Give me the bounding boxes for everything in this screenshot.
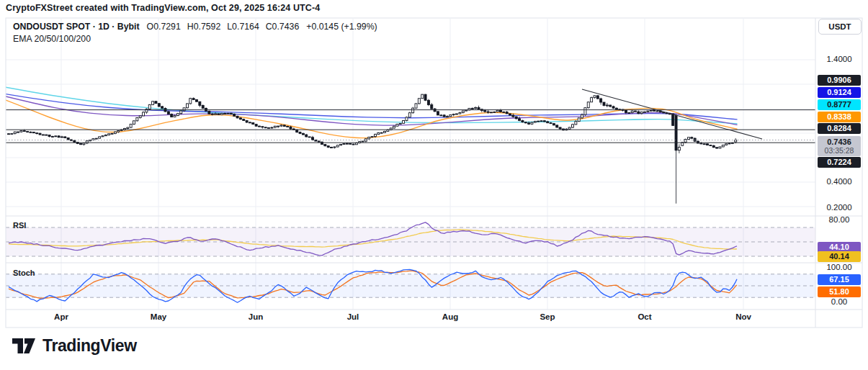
ohlc-value: O0.7291 xyxy=(147,22,181,32)
price-axis-label: 0.9124 xyxy=(818,87,861,98)
ohlc-value: L0.7164 xyxy=(227,22,259,32)
stoch-pane-label[interactable]: Stoch xyxy=(13,269,35,277)
time-axis-label: Jun xyxy=(249,312,263,321)
tradingview-chart-screenshot: CryptoFXStreet created with TradingView.… xyxy=(0,0,868,370)
current-price-value: 0.7436 xyxy=(827,137,851,147)
time-axis-label: Sep xyxy=(540,312,555,321)
indicator-title[interactable]: EMA 20/50/100/200 xyxy=(13,34,91,44)
ohlc-value: H0.7592 xyxy=(187,22,221,32)
time-axis-label: May xyxy=(151,312,166,321)
price-axis-label: 40.14 xyxy=(818,251,861,262)
time-axis-label: Apr xyxy=(54,312,68,321)
price-axis-label: 0.8338 xyxy=(818,112,861,122)
tradingview-logo-icon xyxy=(12,335,36,356)
symbol-title[interactable]: ONDOUSDT SPOT · 1D · Bybit xyxy=(13,22,140,32)
ohlc-values: O0.7291H0.7592L0.7164C0.7436 xyxy=(147,22,300,32)
price-axis-tick: 100.00 xyxy=(817,263,862,271)
price-axis-label: 0.7224 xyxy=(818,157,861,168)
price-axis-tick: 1.4000 xyxy=(817,55,862,63)
price-axis-label: 67.15 xyxy=(818,274,861,285)
change-value: +0.0145 (+1.99%) xyxy=(306,22,377,32)
chart-legend: ONDOUSDT SPOT · 1D · Bybit O0.7291H0.759… xyxy=(13,22,377,44)
time-axis-label: Aug xyxy=(442,312,458,321)
price-axis-tick: 0.4000 xyxy=(817,177,862,186)
price-axis-tick: 0.00 xyxy=(817,297,862,306)
tradingview-logo[interactable]: TradingView xyxy=(12,335,137,356)
tradingview-logo-text: TradingView xyxy=(42,336,137,356)
price-axis-label: 0.9906 xyxy=(818,75,861,86)
currency-toggle-button[interactable]: USDT xyxy=(818,19,862,35)
time-axis-label: Nov xyxy=(735,312,751,321)
time-axis-label: Oct xyxy=(637,312,651,321)
time-axis-label: Jul xyxy=(347,312,359,321)
price-axis-label: 0.8284 xyxy=(818,123,861,134)
price-axis-label: 0.8777 xyxy=(818,99,861,110)
price-axis-tick: 0.2000 xyxy=(817,203,862,212)
price-axis-label: 51.80 xyxy=(818,286,861,297)
price-axis-tick: 80.00 xyxy=(817,215,862,224)
rsi-pane-label[interactable]: RSI xyxy=(13,221,26,230)
ohlc-value: C0.7436 xyxy=(266,22,300,32)
current-price-label: 0.743603:35:28 xyxy=(818,136,861,156)
bar-countdown-timer: 03:35:28 xyxy=(825,146,854,155)
